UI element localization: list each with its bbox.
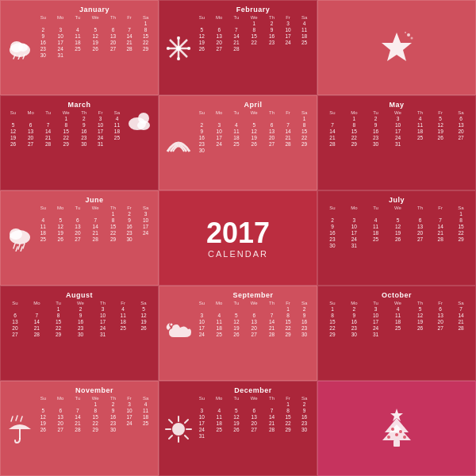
january-name: January [35, 6, 154, 13]
svg-line-27 [16, 247, 17, 251]
svg-line-42 [169, 436, 172, 439]
umbrella-icon [5, 386, 35, 472]
svg-line-41 [185, 420, 188, 423]
may-name: May [322, 101, 471, 109]
february-table: SuMoTuWeThFrSa 1234 567891011 1213141516… [194, 15, 313, 52]
december-table: SuMoTuWeThFrSa 12 3456789 10111213141516… [194, 396, 313, 439]
svg-point-29 [171, 324, 173, 326]
calendar-label: CALENDAR [208, 249, 268, 259]
cell-february: February SuMoTuWeThFrSa 1234 567891011 1… [159, 0, 317, 95]
svg-point-49 [395, 433, 398, 436]
svg-point-51 [403, 436, 406, 439]
svg-line-30 [11, 416, 13, 421]
cell-center: 2017 CALENDAR [159, 190, 317, 286]
june-name: June [35, 196, 154, 204]
svg-point-12 [177, 57, 180, 60]
sun-icon [163, 386, 194, 472]
september-table: SuMoTuWeThFrSa 12 3456789 10111213141516… [194, 301, 313, 337]
april-table: SuMoTuWeThFrSa 1 2345678 9101112131415 1… [194, 110, 313, 153]
cell-october: October SuMoTuWeThFrSa 1234567 891011121… [317, 286, 476, 381]
svg-line-24 [13, 244, 15, 248]
snowflake-icon [163, 6, 194, 91]
cell-november: November SuMoTuWeThFrSa 1234 567891011 1… [0, 381, 159, 476]
january-table: SuMoTuWeThFrSa 1 2345678 9101112131415 1… [35, 15, 154, 58]
xmas-tree-icon [377, 407, 416, 451]
july-table: SuMoTuWeThFrSa 1 2345678 9101112131415 1… [322, 205, 471, 248]
svg-line-32 [21, 416, 22, 421]
october-name: October [322, 291, 471, 299]
year-display: 2017 [206, 219, 270, 248]
svg-point-2 [18, 44, 28, 52]
september-name: September [194, 291, 313, 299]
svg-point-34 [172, 423, 185, 436]
svg-line-25 [18, 244, 20, 249]
august-table: SuMoTuWeThFrSa 12345 6789101112 13141516… [5, 301, 154, 337]
cell-may: May SuMoTuWeThFrSa 123456 78910111213 14… [317, 95, 476, 190]
svg-point-48 [399, 430, 402, 433]
svg-point-17 [411, 37, 413, 40]
december-name: December [194, 386, 313, 394]
svg-line-39 [169, 420, 172, 423]
svg-line-26 [23, 244, 25, 248]
svg-point-16 [407, 33, 410, 36]
sun-cloud-icon [125, 110, 154, 134]
cell-march: March SuMoTuWeThFrSa 1234 567891011 1213… [0, 95, 159, 190]
march-name: March [5, 101, 154, 109]
cell-xmas [317, 381, 476, 476]
rainbow-icon [163, 101, 194, 186]
svg-rect-46 [393, 440, 400, 447]
night-cloud-icon [163, 291, 194, 377]
svg-point-14 [187, 47, 190, 50]
april-name: April [194, 101, 313, 109]
svg-point-13 [167, 47, 170, 50]
svg-line-28 [21, 247, 22, 251]
svg-point-21 [137, 121, 150, 130]
svg-point-50 [387, 436, 390, 439]
may-table: SuMoTuWeThFrSa 123456 78910111213 141516… [322, 110, 471, 147]
snow-cloud-icon [5, 6, 35, 91]
svg-point-47 [391, 428, 394, 431]
cell-january: January SuMoTuWeThFrSa 1 2345678 9101112… [0, 0, 159, 95]
cell-september: September SuMoTuWeThFrSa 12 3456789 1011… [159, 286, 317, 381]
svg-point-11 [177, 36, 180, 40]
march-table: SuMoTuWeThFrSa 1234 567891011 1213141516… [5, 110, 125, 147]
november-table: SuMoTuWeThFrSa 1234 567891011 1213141516… [35, 396, 154, 432]
cell-december: December SuMoTuWeThFrSa 12 3456789 10111… [159, 381, 317, 476]
svg-line-40 [185, 436, 188, 439]
october-table: SuMoTuWeThFrSa 1234567 891011121314 1516… [322, 301, 471, 337]
cell-august: August SuMoTuWeThFrSa 12345 6789101112 1… [0, 286, 159, 381]
calendar-grid: January SuMoTuWeThFrSa 1 2345678 9101112… [0, 0, 476, 476]
cell-june: June SuMoTuWeThFrSa 123 45678910 1112131… [0, 190, 159, 286]
cell-april: April SuMoTuWeThFrSa 1 2345678 910111213… [159, 95, 317, 190]
cell-star [317, 0, 476, 95]
february-name: February [194, 6, 313, 13]
svg-marker-15 [382, 33, 412, 61]
november-name: November [35, 386, 154, 394]
august-name: August [5, 291, 154, 299]
star-icon [377, 29, 416, 68]
svg-point-10 [176, 46, 181, 51]
svg-point-23 [10, 228, 22, 240]
svg-point-18 [405, 32, 406, 33]
svg-line-31 [16, 416, 17, 420]
june-table: SuMoTuWeThFrSa 123 45678910 111213141516… [35, 205, 154, 242]
cell-july: July SuMoTuWeThFrSa 1 2345678 9101112131… [317, 190, 476, 286]
rain-cloud-icon [5, 196, 35, 282]
july-name: July [322, 196, 471, 204]
